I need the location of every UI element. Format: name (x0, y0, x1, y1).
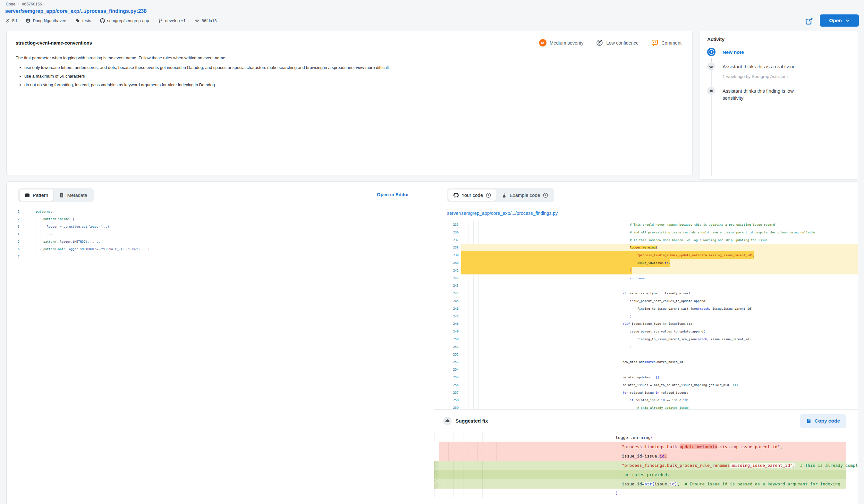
pattern-tab-bar: Pattern Metadata (18, 188, 94, 202)
pattern-icon (25, 193, 30, 198)
share-button[interactable] (802, 15, 814, 27)
code-line: 2 - pattern-inside: | (7, 215, 434, 223)
new-note-icon[interactable] (707, 48, 716, 56)
indent-guide (36, 215, 36, 253)
code-line: 1patterns: (7, 208, 434, 215)
flask-icon (502, 193, 507, 198)
breadcrumb-root[interactable]: Code (6, 2, 15, 7)
activity-event-time: 1 week ago by Semgrep Assistant (722, 74, 788, 79)
user-icon (26, 18, 31, 23)
robot-icon (707, 62, 715, 70)
description-bullet: use a maximum of 50 characters (24, 73, 683, 80)
meta-commit[interactable]: 86fda13 (195, 18, 217, 23)
description-bullet: do not do string formatting, instead, pa… (24, 82, 683, 88)
open-in-editor-link[interactable]: Open in Editor (377, 192, 409, 197)
pattern-code: 1patterns:2 - pattern-inside: |3 logger … (7, 208, 434, 260)
code-line: 247 ) (434, 313, 858, 320)
diff-line-ctx: logger.warning( (434, 433, 847, 442)
code-line: 238 logger.warning( (434, 244, 858, 251)
diff-line-del: issue_id=issue.id, (434, 452, 847, 461)
code-line: 243 (434, 282, 858, 289)
tab-example-code[interactable]: Example code (496, 190, 553, 201)
metadata-icon (59, 193, 64, 198)
code-line: 6 - pattern-not: logger.$METHOD("=~/^[0-… (7, 245, 434, 253)
code-pane: Your code Example code server/semgrep_ap… (434, 182, 858, 504)
history-icon (5, 18, 10, 23)
file-path-link[interactable]: server/semgrep_app/core_exp/.../process_… (447, 211, 558, 216)
code-section: Pattern Metadata Open in Editor 1pattern… (7, 181, 858, 504)
clipboard-icon (806, 418, 812, 423)
meta-author: Pang Nganthavee (26, 18, 66, 23)
info-icon[interactable] (486, 193, 491, 197)
branch-icon (158, 18, 163, 23)
your-code[interactable]: 235 # This should never happen because t… (434, 220, 858, 409)
github-icon (454, 193, 459, 198)
severity-medium-icon: M (539, 39, 547, 47)
activity-title: Activity (707, 37, 724, 42)
tab-metadata[interactable]: Metadata (54, 190, 92, 201)
code-line: 256related_issues = mid_to_related_issue… (434, 381, 858, 389)
tab-your-code[interactable]: Your code (448, 190, 496, 201)
code-line: 249 issue_parent_sca_values_to_update.ap… (434, 328, 858, 335)
finding-bullet-list: use only lowercase letters, underscores,… (16, 64, 683, 88)
meta-age: 5d (5, 18, 17, 23)
code-line: 242 continue (434, 274, 858, 282)
meta-repo[interactable]: semgrep/semgrep-app (100, 18, 149, 23)
timeline-dotted-line (711, 58, 712, 62)
new-note-link[interactable]: New note (722, 49, 819, 56)
breadcrumb: Code › #65760156 (6, 2, 42, 7)
rule-name: structlog-event-name-conventions (16, 40, 92, 46)
code-line: 250 finding_to_issue_parent_sca_json(mat… (434, 335, 858, 343)
code-line: 241 ) (434, 267, 858, 274)
code-line: 239 "process_findings.bulk_update_metada… (434, 251, 858, 259)
code-line: 240 issue_id=issue.id, (434, 259, 858, 267)
page-title[interactable]: server/semgrep_app/core_exp/.../process_… (5, 8, 146, 14)
tag-icon (75, 18, 80, 23)
code-line: 237 # If this somehow does happen, we lo… (434, 236, 858, 244)
pattern-code-lines: 1patterns:2 - pattern-inside: |3 logger … (7, 208, 434, 260)
activity-event-text: Assistant thinks this finding is low sen… (722, 87, 814, 101)
code-line: 235 # This should never happen because t… (434, 221, 858, 229)
code-line: 245 issue_parent_sast_values_to_update.a… (434, 297, 858, 305)
diff-line-add: issue_id=str(issue.id), # Ensure issue_i… (434, 479, 847, 489)
chevron-down-icon (846, 19, 850, 22)
diff-line-add: "process_findings.bulk_process_rule_rena… (434, 461, 847, 470)
suggested-fix-title: Suggested fix (455, 418, 488, 424)
pattern-pane: Pattern Metadata Open in Editor 1pattern… (7, 182, 434, 504)
robot-icon (443, 417, 452, 425)
tab-pattern[interactable]: Pattern (20, 190, 53, 201)
code-line: 236 # and all pre-existing issue records… (434, 229, 858, 236)
code-line: 253new_mids.add(match.match_based_id) (434, 358, 858, 366)
info-icon[interactable] (543, 193, 548, 197)
activity-event-text: Assistant thinks this is a real issue (722, 63, 819, 70)
code-tab-bar: Your code Example code (447, 188, 554, 202)
code-line: 252 (434, 351, 858, 358)
code-line: 4 ... (7, 230, 434, 238)
diff-line-ctx: ) (434, 489, 847, 498)
indent-guide (40, 223, 40, 238)
code-line: 254 (434, 366, 858, 373)
finding-card: structlog-event-name-conventions M Mediu… (7, 31, 693, 175)
robot-icon (707, 87, 715, 95)
code-line: 7 (7, 253, 434, 260)
meta-branch[interactable]: develop +1 (158, 18, 186, 23)
comment-mode-badge[interactable]: Comment (651, 39, 682, 46)
github-icon (100, 18, 105, 23)
code-line: 258 if related_issue.id == issue.id: (434, 396, 858, 404)
code-line: 5 - pattern: logger.$METHOD(..., ...) (7, 238, 434, 245)
breadcrumb-current: #65760156 (22, 2, 42, 7)
timeline-line (711, 70, 712, 176)
severity-badge: M Medium severity (539, 39, 584, 47)
diff-line-del: "process_findings.bulk_update_metadata.m… (434, 442, 847, 452)
description-bullet: use only lowercase letters, underscores,… (24, 64, 683, 71)
chevron-right-icon: › (18, 2, 19, 7)
code-line: 244if issue.issue_type == IssueType.sast… (434, 289, 858, 297)
finding-meta-row: 5d Pang Nganthavee tests semgrep/semgrep… (5, 18, 217, 23)
copy-code-button[interactable]: Copy code (800, 414, 847, 428)
your-code-lines: 235 # This should never happen because t… (434, 221, 858, 409)
finding-description: The first parameter when logging with st… (16, 55, 683, 61)
open-button[interactable]: Open (820, 14, 859, 27)
code-line: 255related_updates = [] (434, 373, 858, 381)
meta-tag: tests (75, 18, 91, 23)
target-icon (596, 39, 603, 46)
